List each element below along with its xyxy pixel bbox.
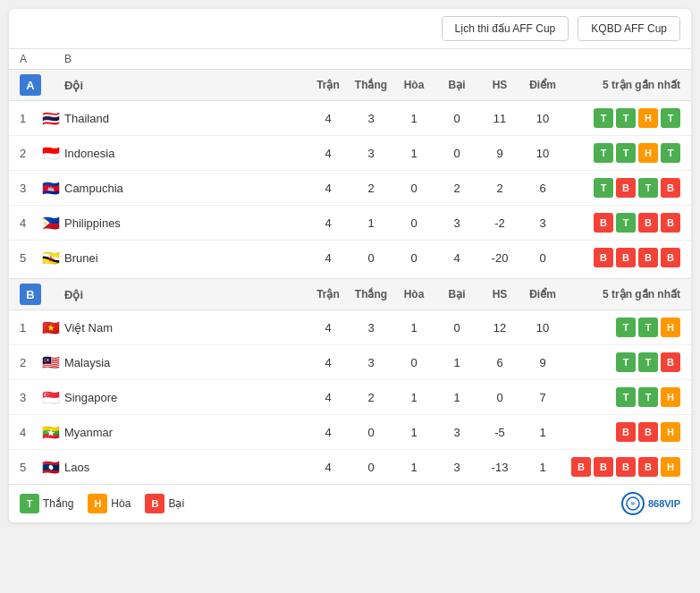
group-b-col-tran: Trận (307, 288, 350, 301)
group-b-col-hoa: Hòa (392, 288, 435, 301)
stat-thang: 2 (350, 391, 392, 404)
flag-campuchia: 🇰🇭 (40, 177, 62, 199)
flag-indonesia: 🇮🇩 (40, 142, 62, 164)
schedule-button[interactable]: Lịch thi đấu AFF Cup (442, 16, 569, 41)
group-a-col-bai: Bại (435, 79, 478, 91)
badge-h: H (661, 422, 680, 442)
stat-diem: 1 (521, 426, 564, 439)
stat-thang: 0 (350, 251, 392, 265)
badge-b: B (571, 457, 591, 477)
rank: 1 (20, 112, 38, 125)
team-name: Việt Nam (64, 321, 307, 335)
group-b-letter: B (20, 284, 41, 305)
recent-badges: T T H (564, 387, 680, 407)
stat-bai: 3 (435, 461, 478, 474)
flag-vietnam: 🇻🇳 (40, 317, 62, 338)
stat-bai: 3 (435, 426, 478, 439)
stat-hs: 9 (478, 147, 521, 160)
badge-b: B (616, 422, 636, 442)
stat-hoa: 1 (392, 461, 435, 474)
legend: T Thắng H Hòa B Bại (20, 494, 184, 513)
badge-t: T (638, 178, 658, 198)
stat-bai: 0 (435, 112, 478, 125)
site-logo: 868VIP (621, 492, 680, 515)
group-b-header: B Đội Trận Thắng Hòa Bại HS Điểm 5 trận … (9, 278, 691, 310)
team-name: Malaysia (64, 356, 307, 369)
group-b-col-doi: Đội (64, 288, 307, 301)
badge-b: B (594, 213, 613, 233)
group-a-header: A Đội Trận Thắng Hòa Bại HS Điểm 5 trận … (9, 69, 691, 101)
group-a-col-diem: Điểm (521, 79, 564, 91)
stat-thang: 1 (350, 216, 392, 230)
recent-badges: T T H T (564, 143, 680, 163)
group-a-col-hoa: Hòa (392, 79, 435, 91)
rank: 4 (20, 426, 38, 439)
table-row: 2 🇮🇩 Indonesia 4 3 1 0 9 10 T T H T (9, 136, 691, 171)
group-b-col-hs: HS (478, 288, 521, 301)
stat-thang: 0 (350, 426, 392, 439)
rank: 1 (20, 321, 38, 335)
group-b: B Đội Trận Thắng Hòa Bại HS Điểm 5 trận … (9, 278, 691, 484)
badge-t: T (616, 352, 636, 372)
stat-diem: 9 (521, 356, 564, 369)
badge-b: B (638, 213, 658, 233)
badge-b: B (638, 457, 658, 477)
stat-tran: 4 (307, 391, 350, 404)
stat-bai: 1 (435, 356, 478, 369)
badge-b: B (594, 248, 613, 267)
rank: 2 (20, 147, 38, 160)
legend-thang: T Thắng (20, 494, 73, 513)
stat-thang: 3 (350, 147, 392, 160)
standings-container: Lịch thi đấu AFF Cup KQBD AFF Cup A B A … (9, 9, 691, 522)
recent-badges: B B H (564, 422, 680, 442)
badge-b: B (616, 248, 636, 267)
recent-badges: T B T B (564, 178, 680, 198)
legend-label-hoa: Hòa (111, 497, 131, 510)
top-bar: Lịch thi đấu AFF Cup KQBD AFF Cup (9, 9, 691, 49)
flag-brunei: 🇧🇳 (40, 247, 62, 268)
stat-tran: 4 (307, 426, 350, 439)
flag-singapore: 🇸🇬 (40, 386, 62, 408)
stat-thang: 3 (350, 356, 392, 369)
table-row: 4 🇲🇲 Myanmar 4 0 1 3 -5 1 B B H (9, 415, 691, 450)
stat-diem: 10 (521, 321, 564, 335)
stat-hoa: 1 (392, 391, 435, 404)
badge-t: T (661, 143, 680, 163)
stat-bai: 0 (435, 147, 478, 160)
recent-badges: T T H T (564, 108, 680, 128)
stat-tran: 4 (307, 251, 350, 265)
stat-hoa: 1 (392, 426, 435, 439)
stat-thang: 0 (350, 461, 392, 474)
stat-bai: 4 (435, 251, 478, 265)
badge-h: H (661, 457, 680, 477)
group-a-letter: A (20, 74, 41, 96)
badge-b: B (661, 213, 680, 233)
stat-hoa: 0 (392, 251, 435, 265)
badge-b: B (616, 178, 636, 198)
badge-t: T (638, 387, 658, 407)
team-name: Thailand (64, 112, 307, 125)
flag-philippines: 🇵🇭 (40, 212, 62, 233)
badge-h: H (661, 318, 680, 337)
results-button[interactable]: KQBD AFF Cup (578, 16, 680, 41)
table-row: 5 🇧🇳 Brunei 4 0 0 4 -20 0 B B B B (9, 241, 691, 275)
badge-t: T (616, 213, 636, 233)
badge-b: B (594, 457, 613, 477)
badge-b: B (661, 352, 680, 372)
team-name: Philippines (64, 216, 307, 230)
badge-b: B (661, 178, 680, 198)
group-b-col-bai: Bại (435, 288, 478, 301)
stat-tran: 4 (307, 461, 350, 474)
stat-bai: 0 (435, 321, 478, 335)
flag-laos: 🇱🇦 (40, 456, 62, 478)
stat-tran: 4 (307, 147, 350, 160)
flag-malaysia: 🇲🇾 (40, 352, 62, 373)
badge-t: T (594, 108, 613, 128)
legend-label-bai: Bại (168, 497, 184, 510)
group-b-col-diem: Điểm (521, 288, 564, 301)
table-row: 1 🇹🇭 Thailand 4 3 1 0 11 10 T T H T (9, 101, 691, 136)
badge-b: B (661, 248, 680, 267)
stat-diem: 3 (521, 216, 564, 230)
stat-hs: -13 (478, 461, 521, 474)
col-label-a: A (20, 53, 38, 65)
